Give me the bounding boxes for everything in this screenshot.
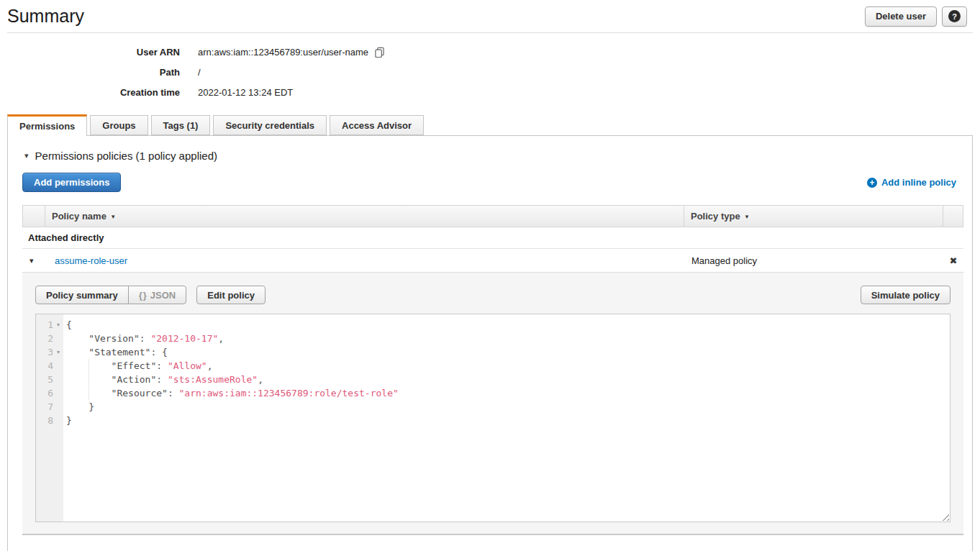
policy-detail-box: Policy summary {} JSON Edit policy Simul…	[22, 273, 963, 535]
plain-token: }	[66, 401, 94, 412]
code-line: 7 }	[36, 400, 950, 414]
detach-policy-icon[interactable]: ✖	[950, 255, 958, 266]
permissions-policies-section-header: ▾ Permissions policies (1 policy applied…	[24, 150, 963, 162]
code-text: "Statement": {	[63, 345, 168, 359]
code-text: "Resource": "arn:aws:iam::123456789:role…	[63, 386, 399, 400]
tab-security-credentials[interactable]: Security credentials	[213, 115, 327, 135]
line-number: 6	[36, 386, 53, 400]
plain-token: "Resource":	[66, 388, 179, 399]
braces-icon: {}	[139, 290, 148, 301]
plus-circle-icon: +	[867, 178, 877, 188]
section-collapse-icon[interactable]: ▾	[24, 152, 29, 160]
plain-token: ,	[207, 360, 213, 371]
delete-user-button[interactable]: Delete user	[865, 6, 937, 27]
simulate-policy-button[interactable]: Simulate policy	[861, 286, 950, 304]
column-policy-name-label: Policy name	[52, 211, 106, 222]
code-line: 1▾{	[36, 318, 950, 332]
policy-table-header: Policy name ▾ Policy type ▾	[22, 205, 963, 227]
policy-summary-button[interactable]: Policy summary	[35, 286, 129, 304]
detail-value-text: 2022-01-12 13:24 EDT	[198, 87, 293, 98]
line-number: 5	[36, 373, 53, 386]
line-number: 7	[36, 400, 53, 414]
code-line: 2 "Version": "2012-10-17",	[36, 332, 950, 345]
copy-icon[interactable]	[374, 47, 385, 58]
policy-name-link[interactable]: assume-role-user	[55, 255, 684, 266]
json-view-label: JSON	[150, 290, 176, 301]
code-text: }	[63, 400, 94, 414]
detail-row-creation-time: Creation time2022-01-12 13:24 EDT	[0, 82, 980, 102]
detail-value: arn:aws:iam::123456789:user/user-name	[198, 47, 385, 58]
line-number: 3	[36, 345, 53, 359]
fold-icon[interactable]: ▾	[53, 318, 63, 332]
row-expand-icon[interactable]: ▾	[30, 256, 44, 265]
group-row-attached-directly: Attached directly	[22, 227, 963, 249]
tab-tags-1[interactable]: Tags (1)	[151, 115, 211, 135]
permissions-toolbar: Add permissions + Add inline policy	[22, 173, 963, 192]
policy-json-editor[interactable]: 1▾{2 "Version": "2012-10-17",3▾ "Stateme…	[35, 314, 950, 522]
add-inline-policy-label: Add inline policy	[881, 177, 956, 188]
json-view-button[interactable]: {} JSON	[128, 286, 187, 304]
detail-label: User ARN	[0, 47, 180, 58]
plain-token: ,	[218, 333, 224, 344]
line-number: 2	[36, 332, 53, 345]
edit-policy-button[interactable]: Edit policy	[196, 286, 266, 304]
tab-access-advisor[interactable]: Access Advisor	[330, 115, 424, 135]
string-token: "2012-10-17"	[150, 333, 218, 344]
page-title: Summary	[7, 6, 84, 27]
code-line: 8}	[36, 414, 950, 427]
add-permissions-button[interactable]: Add permissions	[22, 173, 121, 192]
fold-spacer	[53, 386, 63, 400]
line-number: 4	[36, 359, 53, 373]
code-text: {	[63, 318, 72, 332]
string-token: "arn:aws:iam::123456789:role/test-role"	[179, 388, 399, 399]
plain-token: "Statement": {	[66, 347, 168, 358]
detail-label: Creation time	[0, 87, 180, 98]
actions-column-header	[943, 206, 963, 227]
fold-spacer	[53, 359, 63, 373]
tab-permissions[interactable]: Permissions	[7, 114, 87, 136]
fold-spacer	[53, 400, 63, 414]
policy-type-cell: Managed policy	[684, 255, 943, 266]
detail-label: Path	[0, 67, 180, 78]
detail-value: /	[198, 67, 201, 78]
policy-row: ▾ assume-role-user Managed policy ✖	[22, 249, 963, 273]
code-text: "Action": "sts:AssumeRole",	[63, 373, 263, 386]
detail-row-user-arn: User ARNarn:aws:iam::123456789:user/user…	[0, 42, 980, 62]
detail-value-text: arn:aws:iam::123456789:user/user-name	[198, 47, 368, 58]
column-policy-name[interactable]: Policy name ▾	[45, 206, 684, 227]
line-number: 1	[36, 318, 53, 332]
fold-spacer	[53, 373, 63, 386]
string-token: "sts:AssumeRole"	[168, 374, 258, 385]
policy-view-segmented-control: Policy summary {} JSON	[35, 286, 186, 304]
code-line: 4 "Effect": "Allow",	[36, 359, 950, 373]
code-text: }	[63, 414, 72, 427]
code-text: "Version": "2012-10-17",	[63, 332, 224, 345]
code-line: 6 "Resource": "arn:aws:iam::123456789:ro…	[36, 386, 950, 400]
plain-token: ,	[258, 374, 263, 385]
tab-groups[interactable]: Groups	[90, 115, 148, 135]
resize-handle-icon[interactable]	[940, 511, 949, 521]
fold-icon[interactable]: ▾	[53, 345, 63, 359]
fold-spacer	[53, 414, 63, 427]
code-text: "Effect": "Allow",	[63, 359, 213, 373]
string-token: "Allow"	[168, 360, 207, 371]
plain-token: {	[66, 319, 72, 330]
content-panel: ▾ Permissions policies (1 policy applied…	[7, 135, 973, 551]
line-number: 8	[36, 414, 53, 427]
policy-view-buttons: Policy summary {} JSON Edit policy	[35, 286, 266, 304]
column-policy-type[interactable]: Policy type ▾	[684, 206, 943, 227]
help-button[interactable]: ?	[942, 6, 967, 27]
policy-detail-toolbar: Policy summary {} JSON Edit policy Simul…	[35, 286, 950, 304]
sort-caret-icon: ▾	[745, 213, 749, 220]
column-policy-type-label: Policy type	[691, 211, 740, 222]
plain-token: "Effect":	[66, 360, 168, 371]
add-inline-policy-link[interactable]: + Add inline policy	[867, 177, 956, 188]
question-icon: ?	[948, 10, 961, 22]
code-line: 5 "Action": "sts:AssumeRole",	[36, 373, 950, 386]
tab-bar: PermissionsGroupsTags (1)Security creden…	[7, 114, 980, 135]
user-details: User ARNarn:aws:iam::123456789:user/user…	[0, 42, 980, 102]
section-title: Permissions policies (1 policy applied)	[35, 150, 217, 162]
detail-row-path: Path/	[0, 62, 980, 82]
header-actions: Delete user ?	[865, 6, 967, 27]
editor-lines: 1▾{2 "Version": "2012-10-17",3▾ "Stateme…	[36, 318, 950, 427]
